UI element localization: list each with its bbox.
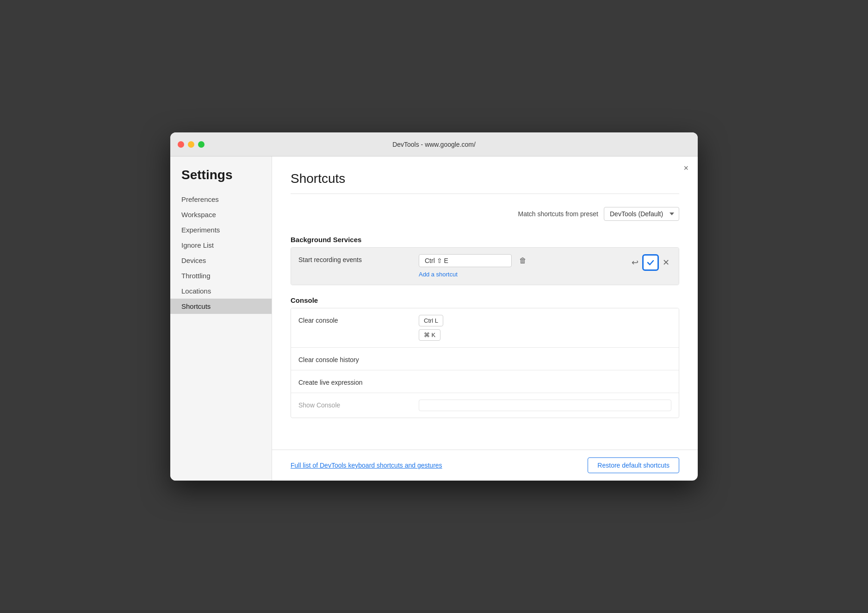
add-shortcut-link[interactable]: Add a shortcut: [419, 271, 458, 278]
devtools-window: DevTools - www.google.com/ Settings Pref…: [170, 132, 698, 481]
page-title: Shortcuts: [291, 171, 679, 186]
console-table: Clear console Ctrl L ⌘ K: [291, 308, 679, 418]
table-row: Clear console history: [291, 348, 679, 370]
sidebar: Settings Preferences Workspace Experimen…: [170, 156, 272, 481]
row-actions: ↩ ✕: [630, 254, 671, 271]
confirm-button[interactable]: [642, 254, 659, 271]
background-services-title: Background Services: [291, 236, 679, 244]
titlebar: DevTools - www.google.com/: [170, 132, 698, 156]
sidebar-heading: Settings: [170, 168, 272, 192]
preset-label: Match shortcuts from preset: [518, 210, 598, 218]
sidebar-item-ignore-list[interactable]: Ignore List: [170, 238, 272, 253]
traffic-lights: [178, 141, 205, 148]
shortcut-keys-col: 🗑 Add a shortcut: [419, 254, 630, 278]
sidebar-item-experiments[interactable]: Experiments: [170, 222, 272, 238]
shortcut-keys-col: Ctrl L ⌘ K: [419, 315, 671, 341]
close-traffic-light[interactable]: [178, 141, 184, 148]
kbd-ctrl-l: Ctrl L: [419, 315, 443, 326]
titlebar-title: DevTools - www.google.com/: [392, 141, 476, 148]
sidebar-item-workspace[interactable]: Workspace: [170, 207, 272, 222]
title-divider: [291, 194, 679, 194]
background-services-table: Start recording events 🗑 Add a shortcut: [291, 247, 679, 285]
maximize-traffic-light[interactable]: [198, 141, 205, 148]
main-content: Settings Preferences Workspace Experimen…: [170, 156, 698, 481]
table-row: Start recording events 🗑 Add a shortcut: [291, 248, 679, 285]
footer: Full list of DevTools keyboard shortcuts…: [272, 450, 698, 481]
background-services-section: Background Services Start recording even…: [291, 236, 679, 285]
close-button[interactable]: ×: [683, 164, 688, 172]
preset-select[interactable]: DevTools (Default) Visual Studio Code: [604, 207, 679, 221]
restore-defaults-button[interactable]: Restore default shortcuts: [588, 457, 679, 473]
cancel-button[interactable]: ✕: [661, 256, 671, 269]
add-shortcut-row: Add a shortcut: [419, 270, 630, 278]
delete-shortcut-icon[interactable]: 🗑: [517, 255, 528, 267]
console-title: Console: [291, 296, 679, 304]
sidebar-item-shortcuts[interactable]: Shortcuts: [170, 299, 272, 314]
shortcut-name-start-recording: Start recording events: [298, 254, 419, 263]
shortcut-name-clear-console-history: Clear console history: [298, 354, 419, 363]
settings-content: × Shortcuts Match shortcuts from preset …: [272, 156, 698, 450]
kbd-cmd-k: ⌘ K: [419, 329, 440, 341]
sidebar-item-throttling[interactable]: Throttling: [170, 268, 272, 283]
kbd-show-console: [419, 400, 671, 411]
shortcut-name-create-live-expression: Create live expression: [298, 377, 419, 386]
shortcut-keys-col: [419, 400, 671, 411]
main-panel: × Shortcuts Match shortcuts from preset …: [272, 156, 698, 481]
sidebar-item-locations[interactable]: Locations: [170, 283, 272, 299]
table-row: Show Console: [291, 393, 679, 418]
table-row: Create live expression: [291, 370, 679, 393]
shortcut-name-show-console: Show Console: [298, 400, 419, 409]
shortcut-name-clear-console: Clear console: [298, 315, 419, 324]
console-section: Console Clear console Ctrl L ⌘ K: [291, 296, 679, 418]
shortcut-input-start-recording[interactable]: [419, 254, 512, 267]
shortcut-input-row: 🗑: [419, 254, 630, 267]
table-row: Clear console Ctrl L ⌘ K: [291, 308, 679, 348]
sidebar-item-preferences[interactable]: Preferences: [170, 192, 272, 207]
undo-button[interactable]: ↩: [630, 256, 640, 269]
preset-row: Match shortcuts from preset DevTools (De…: [291, 207, 679, 221]
full-list-link[interactable]: Full list of DevTools keyboard shortcuts…: [291, 462, 442, 469]
minimize-traffic-light[interactable]: [188, 141, 194, 148]
sidebar-item-devices[interactable]: Devices: [170, 253, 272, 268]
